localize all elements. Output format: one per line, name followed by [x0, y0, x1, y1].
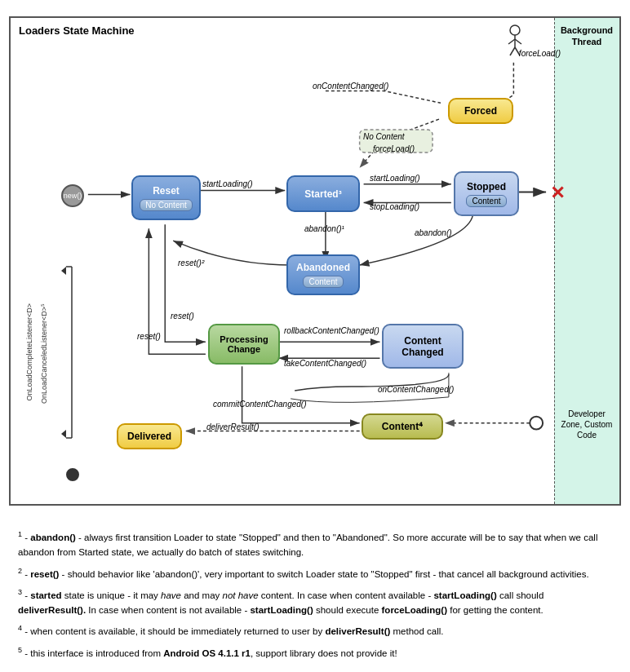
svg-line-16 [508, 39, 515, 44]
bg-thread-label: BackgroundThread [558, 24, 615, 48]
filled-circle-bottom [66, 468, 79, 481]
on-content-changed-top-label: onContentChanged() [313, 82, 388, 91]
on-load-complete-label: OnLoadCompleteListener<D> [25, 303, 33, 401]
start-loading-label-1: startLoading() [202, 179, 253, 188]
state-content4: Content⁴ [362, 413, 443, 440]
reset-lower-label: reset() [171, 312, 194, 321]
stopped-sub-label: Content [466, 195, 506, 207]
force-load-label-2: forceLoad() [373, 144, 415, 153]
svg-marker-24 [61, 267, 66, 275]
svg-line-17 [515, 39, 521, 44]
reset-2-label: reset()² [178, 259, 204, 267]
reset-sub-label: No Content [140, 199, 193, 211]
start-loading-label-2: startLoading() [370, 174, 420, 183]
on-content-changed-lower: onContentChanged() [378, 385, 454, 394]
abandon-label-2: abandon() [415, 228, 452, 237]
x-mark: ✕ [545, 181, 570, 206]
state-abandoned: Abandoned Content [286, 254, 360, 295]
page: Loaders State Machine BackgroundThread D… [0, 0, 630, 672]
note-3: 3 - started state is unique - it may hav… [18, 586, 612, 618]
notes-section: 1 - abandon() - always first transition … [8, 522, 622, 672]
state-delivered: Delivered [117, 423, 182, 449]
note-2: 2 - reset() - should behavior like 'aban… [18, 565, 612, 581]
take-label: takeContentChanged() [284, 359, 366, 368]
stop-loading-label: stopLoading() [370, 202, 419, 211]
bracket-svg [51, 263, 76, 442]
rollback-label: rollbackContentChanged() [284, 326, 379, 335]
on-load-canceled-label: OnLoadCanceledListener<D>⁵ [40, 303, 48, 404]
state-stopped: Stopped Content [454, 171, 519, 216]
note-1: 1 - abandon() - always first transition … [18, 528, 612, 560]
note-4: 4 - when content is available, it should… [18, 622, 612, 639]
diagram-title: Loaders State Machine [19, 24, 135, 37]
no-content-dashed-label: No Content [363, 132, 405, 141]
deliver-result-label: deliverResult() [206, 422, 259, 431]
note-5: 5 - this interface is introduced from An… [18, 644, 612, 661]
new-circle: new() [61, 184, 84, 207]
abandon-label-1: abandon()¹ [304, 224, 344, 233]
force-load-top-label: forceLoad() [519, 49, 561, 58]
abandoned-sub-label: Content [303, 276, 343, 288]
state-started: Started³ [286, 175, 360, 212]
reset-proc-label: reset() [137, 332, 161, 341]
dev-zone-label: DeveloperZone, CustomCode [556, 409, 618, 440]
svg-marker-23 [61, 430, 66, 438]
state-content-changed: Content Changed [382, 324, 464, 369]
state-processing-change: Processing Change [208, 324, 280, 365]
svg-line-18 [510, 47, 515, 55]
state-forced: Forced [448, 98, 513, 124]
diagram-container: Loaders State Machine BackgroundThread D… [9, 16, 621, 506]
svg-point-14 [510, 25, 520, 35]
svg-point-12 [530, 417, 543, 430]
state-reset: Reset No Content [131, 175, 201, 220]
commit-label: commitContentChanged() [213, 400, 307, 409]
